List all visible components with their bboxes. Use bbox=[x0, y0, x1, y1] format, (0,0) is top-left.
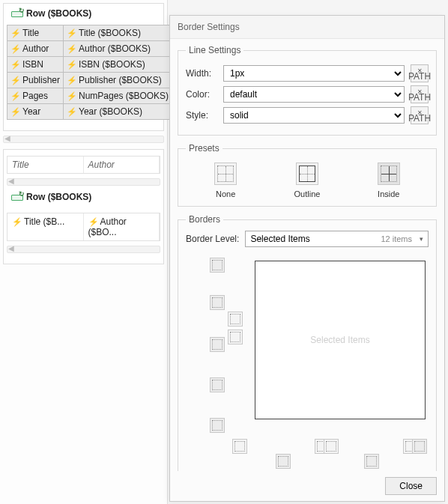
close-button[interactable]: Close bbox=[385, 477, 437, 495]
presets-legend: Presets bbox=[186, 143, 223, 154]
row-block-1: Row ($BOOKS) ⚡Title⚡Title ($BOOKS) ⚡Auth… bbox=[3, 3, 164, 131]
preset-none[interactable]: None bbox=[214, 163, 237, 198]
presets-group: Presets None Outline Inside bbox=[178, 143, 437, 207]
row-header-2[interactable]: Row ($BOOKS) bbox=[4, 187, 163, 207]
color-select[interactable]: default bbox=[223, 86, 405, 103]
bolt-icon: ⚡ bbox=[10, 60, 21, 69]
border-toggle-left-bottom[interactable] bbox=[210, 377, 225, 392]
borders-editor: Selected Items bbox=[186, 253, 429, 471]
cell-author: ⚡Author ($BO... bbox=[84, 213, 160, 240]
table-row[interactable]: ⚡Year⚡Year ($BOOKS) bbox=[7, 104, 172, 120]
line-settings-legend: Line Settings bbox=[186, 45, 243, 55]
preset-inside-icon bbox=[378, 163, 400, 185]
bolt-icon: ⚡ bbox=[67, 60, 77, 69]
row-icon bbox=[11, 10, 22, 17]
border-toggle-corner-tl[interactable] bbox=[210, 258, 225, 273]
borders-preview[interactable]: Selected Items bbox=[255, 261, 426, 419]
border-toggle-corner-br[interactable] bbox=[412, 439, 427, 454]
xpath-button[interactable]: PATH bbox=[411, 85, 429, 103]
border-level-count: 12 items bbox=[381, 234, 412, 243]
bolt-icon: ⚡ bbox=[67, 44, 77, 53]
table-row[interactable]: ⚡ISBN⚡ISBN ($BOOKS) bbox=[7, 57, 172, 73]
chevron-down-icon: ▾ bbox=[420, 235, 423, 243]
borders-group: Borders Border Level: Selected Items 12 … bbox=[178, 214, 437, 471]
scroll-indicator[interactable] bbox=[7, 246, 160, 253]
row-title: Row ($BOOKS) bbox=[26, 8, 91, 19]
preview-text: Selected Items bbox=[310, 335, 369, 345]
border-toggle-bottom-4[interactable] bbox=[364, 454, 379, 469]
table-row[interactable]: ⚡Title⚡Title ($BOOKS) bbox=[7, 25, 172, 41]
row-header-1[interactable]: Row ($BOOKS) bbox=[4, 4, 163, 23]
border-level-label: Border Level: bbox=[186, 234, 239, 244]
bolt-icon: ⚡ bbox=[67, 107, 77, 116]
property-table: ⚡Title⚡Title ($BOOKS) ⚡Author⚡Author ($B… bbox=[7, 25, 172, 120]
preset-outline-icon bbox=[296, 163, 318, 185]
bolt-icon: ⚡ bbox=[10, 28, 21, 37]
borders-legend: Borders bbox=[186, 214, 223, 225]
border-toggle-bottom-2[interactable] bbox=[276, 454, 291, 469]
table-row[interactable]: ⚡Publisher⚡Publisher ($BOOKS) bbox=[7, 73, 172, 88]
style-select[interactable]: solid bbox=[223, 107, 405, 124]
xpath-button[interactable]: PATH bbox=[411, 64, 429, 82]
border-toggle-corner-bl[interactable] bbox=[210, 418, 225, 433]
table-row[interactable]: ⚡Pages⚡NumPages ($BOOKS) bbox=[7, 88, 172, 104]
border-level-value: Selected Items bbox=[250, 234, 309, 244]
schema-panel: Row ($BOOKS) ⚡Title⚡Title ($BOOKS) ⚡Auth… bbox=[0, 0, 168, 504]
border-settings-dialog: Border Settings Line Settings Width: 1px… bbox=[169, 15, 445, 502]
preview-block: Title Author Row ($BOOKS) ⚡Title ($B... … bbox=[3, 149, 164, 264]
preset-none-icon bbox=[214, 163, 237, 185]
border-toggle-left-inner-b[interactable] bbox=[228, 330, 243, 344]
preview-header-row: Title Author bbox=[7, 156, 160, 174]
bolt-icon: ⚡ bbox=[67, 76, 77, 85]
preset-inside[interactable]: Inside bbox=[378, 163, 400, 198]
row-icon bbox=[11, 193, 22, 201]
border-level-select[interactable]: Selected Items 12 items ▾ bbox=[245, 231, 429, 247]
bolt-icon: ⚡ bbox=[88, 217, 99, 226]
cell-title: ⚡Title ($B... bbox=[7, 213, 84, 240]
dialog-title: Border Settings bbox=[170, 16, 444, 39]
row-title: Row ($BOOKS) bbox=[26, 192, 91, 202]
border-toggle-left-outer[interactable] bbox=[210, 295, 225, 310]
scroll-indicator[interactable] bbox=[3, 136, 164, 143]
width-label: Width: bbox=[186, 68, 217, 79]
bolt-icon: ⚡ bbox=[67, 28, 77, 37]
bolt-icon: ⚡ bbox=[10, 91, 21, 100]
style-label: Style: bbox=[186, 110, 217, 121]
col-header-title: Title bbox=[7, 157, 84, 173]
preset-outline[interactable]: Outline bbox=[294, 163, 321, 198]
border-toggle-left-inner-a[interactable] bbox=[228, 312, 243, 327]
border-toggle-bottom-3b[interactable] bbox=[324, 439, 339, 454]
col-header-author: Author bbox=[84, 157, 160, 173]
bolt-icon: ⚡ bbox=[67, 91, 77, 100]
border-toggle-left-mid[interactable] bbox=[210, 337, 225, 352]
preview-cells: ⚡Title ($B... ⚡Author ($BO... bbox=[7, 213, 160, 241]
scroll-indicator[interactable] bbox=[7, 178, 160, 186]
bolt-icon: ⚡ bbox=[10, 107, 21, 116]
bolt-icon: ⚡ bbox=[12, 217, 22, 226]
bolt-icon: ⚡ bbox=[10, 44, 21, 53]
width-select[interactable]: 1px bbox=[223, 65, 405, 82]
xpath-button[interactable]: PATH bbox=[411, 106, 429, 124]
table-row[interactable]: ⚡Author⚡Author ($BOOKS) bbox=[7, 41, 172, 57]
color-label: Color: bbox=[186, 89, 217, 100]
bolt-icon: ⚡ bbox=[10, 76, 21, 85]
border-toggle-bottom-1[interactable] bbox=[232, 439, 247, 454]
line-settings-group: Line Settings Width: 1px PATH Color: def… bbox=[178, 45, 437, 136]
